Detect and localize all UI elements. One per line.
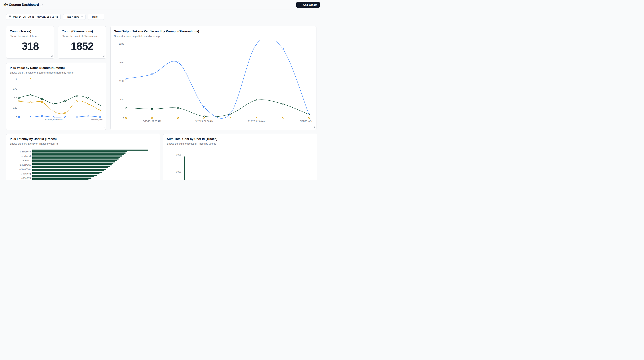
dashboard-title: My Custom Dashboard xyxy=(4,3,39,7)
resize-handle-icon[interactable] xyxy=(102,126,104,128)
widget-card-p90-latency: P 90 Latency by User Id (Traces) Shows t… xyxy=(6,134,160,180)
svg-text:5/17/25, 02:00 AM: 5/17/25, 02:00 AM xyxy=(195,120,213,122)
filters-label: Filters xyxy=(90,15,98,18)
widget-title: Sum Total Cost by User Id (Traces) xyxy=(167,137,314,141)
resize-handle-icon[interactable] xyxy=(313,126,315,128)
p75-line-chart: 00.250.50.7515/17/25, 02:00 AM5/21/25, 0… xyxy=(10,77,102,123)
svg-text:5/17/25, 02:00 AM: 5/17/25, 02:00 AM xyxy=(45,118,62,121)
filter-bar: May 14, 25 : 08:45 - May 21, 25 : 08:45 … xyxy=(0,10,322,20)
svg-text:u-8fVa9T3: u-8fVa9T3 xyxy=(21,177,31,179)
widget-title: Count (Observations) xyxy=(62,29,102,34)
svg-text:5/19/25, 02:00 AM: 5/19/25, 02:00 AM xyxy=(248,120,265,122)
widget-subtitle: Shows the p 75 value of Scores Numeric f… xyxy=(10,71,102,74)
svg-text:0.25: 0.25 xyxy=(13,107,17,109)
tokens-line-chart: 05501100165022005/15/25, 02:00 AM5/17/25… xyxy=(114,41,313,125)
widget-card-total-cost: Sum Total Cost by User Id (Traces) Shows… xyxy=(163,134,317,180)
svg-text:1100: 1100 xyxy=(119,80,124,82)
svg-text:5/15/25, 02:00 AM: 5/15/25, 02:00 AM xyxy=(143,120,161,122)
svg-text:u-d3qr5cg: u-d3qr5cg xyxy=(21,173,31,175)
svg-text:5/21/25, 02:00 AM: 5/21/25, 02:00 AM xyxy=(300,120,312,122)
chevron-down-icon xyxy=(80,16,83,18)
widget-title: P 75 Value by Name (Scores Numeric) xyxy=(10,66,102,70)
date-range-label: May 14, 25 : 08:45 - May 21, 25 : 08:45 xyxy=(13,15,58,18)
add-widget-button[interactable]: Add Widget xyxy=(296,2,320,8)
widget-subtitle: Shows the count of Observations xyxy=(62,35,102,38)
svg-text:2200: 2200 xyxy=(119,43,124,45)
count-observations-value: 1852 xyxy=(62,38,102,55)
svg-text:5/21/25, 02:00 AM: 5/21/25, 02:00 AM xyxy=(91,118,103,121)
calendar-icon xyxy=(8,15,12,18)
widget-subtitle: Shows the p 90 latency of Traces by user… xyxy=(10,142,156,145)
svg-text:0.008: 0.008 xyxy=(176,154,181,156)
widget-card-count-traces: Count (Traces) Shows the count of Traces… xyxy=(6,26,54,59)
filters-button[interactable]: Filters xyxy=(88,14,104,20)
svg-text:u-5M8D56k: u-5M8D56k xyxy=(20,168,31,170)
svg-text:0: 0 xyxy=(16,116,17,118)
widget-title: Count (Traces) xyxy=(10,29,51,34)
widget-title: Sum Output Tokens Per Second by Prompt (… xyxy=(114,29,313,34)
resize-handle-icon[interactable] xyxy=(102,55,104,57)
page-header: My Custom Dashboard Add Widget xyxy=(0,0,322,10)
svg-text:0.5: 0.5 xyxy=(14,97,17,99)
svg-text:u-zVqP3hw: u-zVqP3hw xyxy=(20,164,31,166)
svg-text:0: 0 xyxy=(123,117,124,119)
widget-subtitle: Shows the sum output tokens/s by prompt xyxy=(114,35,313,38)
info-icon[interactable] xyxy=(40,4,43,7)
svg-text:0.75: 0.75 xyxy=(13,88,17,90)
svg-text:u-tFAR5TX: u-tFAR5TX xyxy=(20,159,31,162)
svg-text:550: 550 xyxy=(120,98,124,101)
date-range-button[interactable]: May 14, 25 : 08:45 - May 21, 25 : 08:45 xyxy=(6,14,61,20)
svg-text:u-aobnuxf: u-aobnuxf xyxy=(21,155,31,157)
cost-bar-chart: 0.0080.0060.0040.0020 xyxy=(167,148,314,180)
svg-text:0.006: 0.006 xyxy=(176,171,181,173)
widget-card-output-tokens: Sum Output Tokens Per Second by Prompt (… xyxy=(110,26,316,130)
widget-card-count-observations: Count (Observations) Shows the count of … xyxy=(58,26,106,59)
resize-handle-icon[interactable] xyxy=(51,55,52,57)
widget-subtitle: Shows the sum totalcost of Traces by use… xyxy=(167,142,314,145)
dashboard-grid: Count (Traces) Shows the count of Traces… xyxy=(0,20,322,180)
add-widget-label: Add Widget xyxy=(303,4,317,6)
widget-card-p75-value: P 75 Value by Name (Scores Numeric) Show… xyxy=(6,63,106,130)
widget-subtitle: Shows the count of Traces xyxy=(10,35,51,38)
date-preset-label: Past 7 days xyxy=(66,15,79,18)
p90-bar-chart: u-8sq2w4au-aobnuxfu-tFAR5TXu-zVqP3hwu-5M… xyxy=(10,148,156,180)
chevron-down-icon xyxy=(99,16,102,18)
svg-text:1: 1 xyxy=(16,78,17,80)
widget-title: P 90 Latency by User Id (Traces) xyxy=(10,137,156,141)
plus-icon xyxy=(299,4,302,6)
svg-text:u-8sq2w4a: u-8sq2w4a xyxy=(20,151,31,153)
count-traces-value: 318 xyxy=(10,38,51,55)
date-preset-button[interactable]: Past 7 days xyxy=(63,14,86,20)
svg-text:1650: 1650 xyxy=(119,61,124,64)
